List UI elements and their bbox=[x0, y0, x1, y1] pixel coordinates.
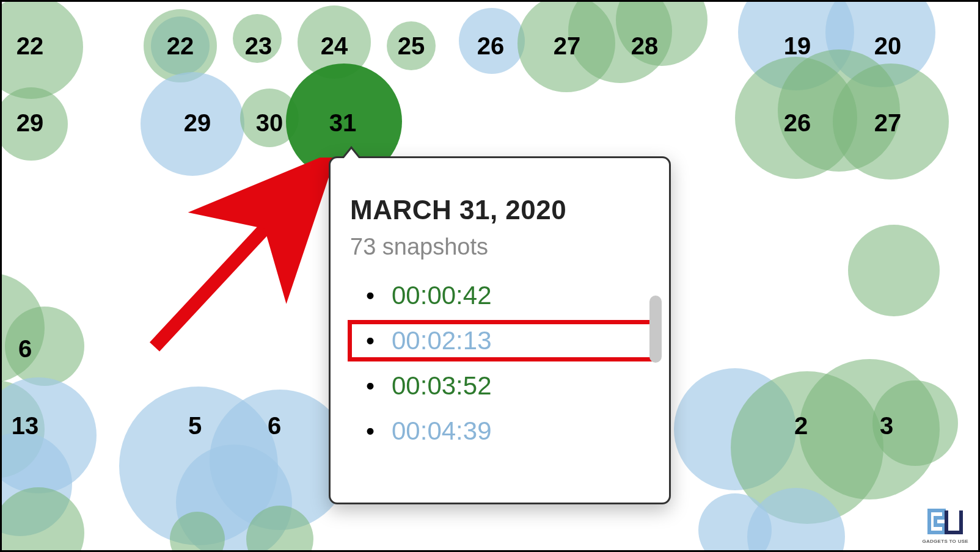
calendar-day[interactable]: 29 bbox=[184, 109, 211, 137]
calendar-day[interactable]: 19 bbox=[784, 32, 811, 60]
snapshot-item: 00:02:13 bbox=[350, 322, 654, 359]
calendar-day[interactable]: 22 bbox=[16, 32, 44, 60]
calendar-day[interactable]: 29 bbox=[16, 109, 44, 137]
snapshot-bubble bbox=[0, 487, 84, 552]
calendar-day[interactable]: 6 bbox=[268, 412, 281, 440]
snapshot-bubble bbox=[698, 493, 772, 552]
snapshot-link[interactable]: 00:00:42 bbox=[392, 281, 492, 310]
snapshot-bubble bbox=[731, 371, 883, 524]
popup-scrollbar-thumb[interactable] bbox=[649, 296, 662, 363]
calendar-day[interactable]: 23 bbox=[245, 32, 272, 60]
snapshot-link[interactable]: 00:03:52 bbox=[392, 371, 492, 401]
calendar-day[interactable]: 5 bbox=[188, 412, 202, 440]
calendar-day[interactable]: 31 bbox=[329, 109, 357, 137]
calendar-day[interactable]: 27 bbox=[874, 109, 902, 137]
snapshot-bubble bbox=[674, 368, 796, 490]
popup-date-title: MARCH 31, 2020 bbox=[350, 195, 654, 225]
snapshot-bubble bbox=[747, 488, 845, 552]
snapshot-popup: MARCH 31, 2020 73 snapshots 00:00:4200:0… bbox=[329, 156, 671, 504]
snapshot-bubble bbox=[0, 432, 72, 536]
snapshot-bubble bbox=[246, 506, 313, 552]
calendar-day[interactable]: 13 bbox=[12, 412, 39, 440]
snapshot-list: 00:00:4200:02:1300:03:5200:04:39 bbox=[350, 277, 654, 449]
snapshot-bubble bbox=[0, 273, 45, 383]
snapshot-item: 00:00:42 bbox=[350, 277, 654, 314]
snapshot-bubble bbox=[176, 445, 292, 552]
calendar-day[interactable]: 3 bbox=[880, 412, 893, 440]
calendar-day[interactable]: 2 bbox=[794, 412, 808, 440]
snapshot-item: 00:03:52 bbox=[350, 368, 654, 404]
snapshot-bubble bbox=[5, 307, 84, 386]
snapshot-link[interactable]: 00:04:39 bbox=[392, 416, 492, 446]
calendar-day[interactable]: 25 bbox=[398, 32, 425, 60]
snapshot-bubble bbox=[119, 387, 278, 545]
snapshot-bubble bbox=[848, 225, 940, 316]
calendar-day[interactable]: 24 bbox=[321, 32, 348, 60]
snapshot-count-label: 73 snapshots bbox=[350, 234, 654, 260]
watermark-text: GADGETS TO USE bbox=[922, 539, 968, 544]
calendar-day[interactable]: 20 bbox=[874, 32, 902, 60]
calendar-day[interactable]: 26 bbox=[477, 32, 505, 60]
calendar-day[interactable]: 30 bbox=[256, 109, 283, 137]
watermark-logo: GADGETS TO USE bbox=[922, 507, 968, 544]
calendar-day[interactable]: 27 bbox=[554, 32, 581, 60]
snapshot-item: 00:04:39 bbox=[350, 413, 654, 449]
calendar-day[interactable]: 26 bbox=[784, 109, 811, 137]
snapshot-bubble bbox=[170, 512, 225, 552]
snapshot-bubble bbox=[616, 0, 708, 66]
calendar-day[interactable]: 6 bbox=[18, 335, 32, 363]
snapshot-link[interactable]: 00:02:13 bbox=[392, 326, 492, 355]
calendar-day[interactable]: 22 bbox=[167, 32, 194, 60]
calendar-day[interactable]: 28 bbox=[631, 32, 659, 60]
popup-scrollbar-track[interactable] bbox=[649, 296, 662, 485]
snapshot-bubble bbox=[799, 359, 940, 499]
